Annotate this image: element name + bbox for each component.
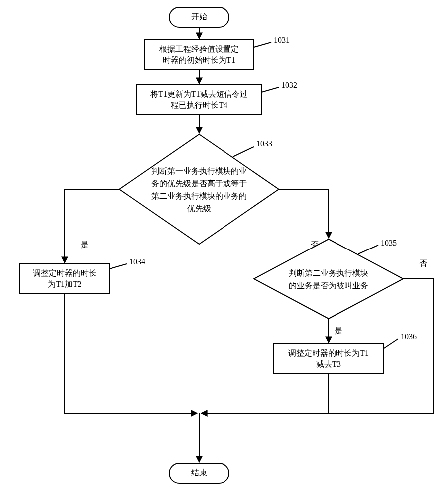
edge-1033-yes-label: 是: [81, 240, 89, 249]
tag-1036: 1036: [401, 332, 417, 341]
edge-1033-1034: [65, 189, 119, 263]
svg-marker-5: [254, 239, 403, 319]
tag-1033: 1033: [256, 139, 272, 148]
node-1034: 调整定时器的时长 为T1加T2: [20, 264, 110, 294]
n1033-line2: 第二业务执行模块的业务的: [151, 192, 247, 200]
end-label: 结束: [191, 468, 207, 477]
n1036-line0: 调整定时器的时长为T1: [288, 349, 369, 357]
node-1036: 调整定时器的时长为T1 减去T3: [274, 344, 383, 374]
n1036-line1: 减去T3: [316, 360, 341, 368]
tag-leader-1036: [383, 339, 398, 349]
tag-leader-1033: [233, 147, 254, 157]
n1031-line1: 时器的初始时长为T1: [163, 56, 235, 64]
node-start: 开始: [169, 7, 229, 27]
n1031-line0: 根据工程经验值设置定: [159, 45, 239, 53]
tag-leader-1035: [358, 245, 378, 254]
edge-1033-1035: [279, 189, 329, 238]
edge-1034-merge: [65, 294, 193, 413]
node-1035: 判断第二业务执行模块 的业务是否为被叫业务: [254, 239, 403, 319]
start-label: 开始: [191, 12, 207, 21]
tag-1032: 1032: [281, 81, 297, 89]
edge-1036-merge: [205, 374, 329, 413]
tag-leader-1034: [110, 264, 127, 269]
n1034-line1: 为T1加T2: [48, 280, 82, 288]
n1035-line0: 判断第二业务执行模块: [289, 269, 368, 277]
n1032-line1: 程已执行时长T4: [171, 101, 227, 109]
edge-1035-no-label: 否: [419, 259, 427, 267]
n1034-line0: 调整定时器的时长: [33, 269, 97, 277]
svg-marker-3: [119, 134, 279, 244]
node-1033: 判断第一业务执行模块的业 务的优先级是否高于或等于 第二业务执行模块的业务的 优…: [119, 134, 279, 244]
tag-1034: 1034: [129, 257, 145, 266]
flowchart-canvas: 开始 根据工程经验值设置定 时器的初始时长为T1 1031 将T1更新为T1减去…: [0, 0, 448, 498]
node-1031: 根据工程经验值设置定 时器的初始时长为T1: [144, 40, 254, 70]
tag-leader-1032: [261, 87, 279, 92]
n1032-line0: 将T1更新为T1减去短信令过: [150, 90, 248, 98]
tag-1031: 1031: [274, 36, 290, 44]
tag-leader-1031: [254, 42, 271, 47]
edge-1035-yes-label: 是: [335, 326, 342, 335]
n1035-line1: 的业务是否为被叫业务: [289, 281, 368, 290]
n1033-line3: 优先级: [187, 204, 211, 213]
node-end: 结束: [169, 463, 229, 483]
node-1032: 将T1更新为T1减去短信令过 程已执行时长T4: [137, 85, 261, 115]
n1033-line0: 判断第一业务执行模块的业: [151, 167, 247, 175]
tag-1035: 1035: [381, 239, 397, 247]
n1033-line1: 务的优先级是否高于或等于: [151, 179, 247, 188]
